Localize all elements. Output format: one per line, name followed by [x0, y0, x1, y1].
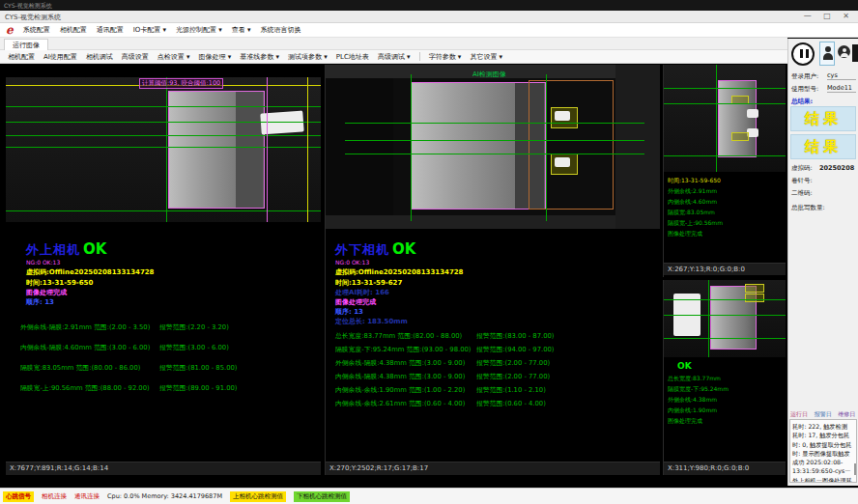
toolbar-baseline-params[interactable]: 基准线参数 ▾: [240, 52, 279, 62]
right-control-panel: 登录用户: cys 使用型号: Mode11 总结果: 结果 结果 虚拟码: 2…: [787, 39, 858, 486]
left-edge-line-pink: [267, 77, 268, 222]
mid-alarm-text: 报警范围:(0.60 - 4.00): [476, 399, 546, 408]
left-status-line: 图像处理完成: [26, 288, 67, 297]
menu-item-view[interactable]: 查看 ▾: [232, 25, 251, 35]
toolbar-advanced-debug[interactable]: 高级调试 ▾: [378, 52, 411, 62]
minimize-button[interactable]: —: [801, 12, 816, 20]
toolbar-character-params[interactable]: 字符参数 ▾: [429, 52, 462, 62]
tab-strip: 运行图像: [0, 38, 787, 50]
left-measurement-text: 内侧余线-隔膜:4.60mm 范围:(3.00 - 6.00): [20, 343, 150, 352]
mid-camera-panel: AI检测图像 外下相机OK NG:0 OK:13 虚拟码:Offline2025…: [325, 65, 659, 475]
virtual-code-label: 虚拟码:: [791, 164, 813, 173]
log-scrollbar[interactable]: [854, 463, 856, 475]
small-camera-viewport-1[interactable]: [664, 65, 786, 172]
toolbar-plc-address-table[interactable]: PLC地址表: [336, 52, 369, 62]
menu-item-comm-config[interactable]: 通讯配置: [97, 25, 124, 35]
small2-measure-line-2: [664, 315, 786, 316]
pause-button[interactable]: [791, 42, 815, 66]
mid-alarm-text: 报警范围:(83.00 - 87.00): [476, 331, 554, 341]
left-time-line: 时间:13-31-59-650: [26, 278, 93, 288]
small1-time-line: 时间:13-31-59-650: [668, 177, 721, 185]
camera-link-status: 相机连接: [42, 492, 67, 501]
toolbar-test-item-params[interactable]: 测试项参数 ▾: [288, 52, 328, 62]
mid-ai-image-label: AI检测图像: [472, 70, 506, 79]
close-button[interactable]: ✕: [840, 12, 854, 20]
mid-status-line: 图像处理完成: [335, 297, 376, 307]
left-measurement-text: 隔膜宽-上:90.56mm 范围:(88.00 - 92.00): [20, 383, 150, 393]
small2-detail-box-1: [745, 284, 764, 293]
menu-item-light-control-config[interactable]: 光源控制配置 ▾: [176, 25, 222, 35]
mid-total-length-line: 定位总长: 183.50mm: [335, 317, 408, 326]
mid-measurement-text: 隔膜宽度-下:95.24mm 范围:(93.00 - 98.00): [335, 345, 471, 354]
left-barcode-line: 虚拟码:Offline20250208133134728: [26, 267, 155, 277]
mid-alarm-text: 报警范围:(1.10 - 2.10): [476, 385, 546, 395]
small1-edge-line: [716, 65, 717, 172]
taskbar-title: CYS-视觉检测系统: [4, 2, 52, 9]
mid-camera-viewport[interactable]: AI检测图像: [326, 65, 660, 229]
toolbar: 相机配置 AI使用配置 相机调试 高级设置 点检设置 ▾ 图像处理 ▾ 基准线参…: [0, 50, 787, 64]
login-user-label: 登录用户:: [791, 72, 818, 81]
exit-logout-button[interactable]: [852, 44, 858, 62]
pause-icon: [806, 49, 809, 58]
mid-measurement-text: 内侧余线-余线:2.61mm 范围:(0.60 - 4.00): [335, 399, 465, 408]
left-alarm-text: 报警范围:(89.00 - 91.00): [159, 383, 237, 393]
toolbar-spot-check-settings[interactable]: 点检设置 ▾: [157, 52, 190, 62]
small2-ok-badge: OK: [677, 361, 692, 371]
operator-mode-button[interactable]: [819, 42, 835, 66]
mid-measurement-text: 外侧余线-隔膜:4.38mm 范围:(3.00 - 9.00): [335, 358, 465, 368]
toolbar-other-settings[interactable]: 其它设置 ▾: [470, 52, 502, 62]
small2-text-line: 总长宽度:83.77mm: [668, 375, 721, 383]
toolbar-camera-debug[interactable]: 相机调试: [86, 52, 113, 62]
user-circle-icon-button[interactable]: [838, 45, 850, 58]
left-camera-viewport[interactable]: 计算阈值:93, 咬合阈值:100: [6, 77, 321, 222]
lower-camera-heartbeat: 下相机心跳检测值: [294, 491, 350, 502]
small2-measure-line-3: [664, 338, 786, 339]
upper-camera-heartbeat: 上相机心跳检测值: [230, 491, 286, 502]
mid-machine-left: [326, 78, 393, 215]
left-edge-line-green: [166, 77, 167, 222]
toolbar-ai-usage-config[interactable]: AI使用配置: [43, 52, 77, 62]
heartbeat-badge: 心跳信号: [3, 491, 34, 502]
cpu-memory-readout: Cpu: 0.0% Memory: 3424.4179687M: [107, 492, 222, 500]
mid-measure-line-1: [345, 123, 644, 124]
toolbar-image-processing[interactable]: 图像处理 ▾: [199, 52, 232, 62]
menu-item-camera-config[interactable]: 相机配置: [60, 25, 87, 35]
mid-edge-line-green-1: [411, 74, 412, 221]
mid-ng-ok-counter: NG:0 OK:13: [335, 259, 369, 266]
small2-detail-box-2: [745, 294, 764, 302]
small2-edge-line: [708, 280, 709, 357]
mid-machine-bottom: [326, 215, 660, 229]
toolbar-camera-config[interactable]: 相机配置: [8, 52, 35, 62]
left-pixel-coordinates: X:7677;Y:891;R:14;G:14;B:14: [6, 462, 321, 475]
small1-pixel-coordinates: X:267;Y:13;R:0;G:0;B:0: [664, 263, 786, 275]
total-result-label: 总结果:: [791, 98, 813, 106]
person-icon: [825, 46, 831, 52]
mid-time-line: 时间:13-31-59-627: [335, 278, 402, 288]
maximize-button[interactable]: □: [820, 12, 836, 20]
pause-icon: [800, 49, 803, 58]
mid-machine-right: [615, 65, 660, 229]
left-measure-line-3: [6, 135, 321, 136]
mid-measurement-text: 内侧余线-余线:1.90mm 范围:(1.00 - 2.20): [335, 385, 465, 395]
log-text-area[interactable]: 耗时: 222, 触发检测耗时: 17, 触发分包耗时: 0, 触发提取分包耗时…: [789, 419, 857, 483]
menu-item-io-card-config[interactable]: IO卡配置 ▾: [133, 25, 166, 35]
small1-part-region: [718, 80, 757, 157]
virtual-code-value: 20250208: [819, 164, 854, 172]
small-camera-viewport-2[interactable]: [664, 280, 786, 357]
small1-measure-line-2: [664, 103, 786, 104]
mid-bright-spot-1: [555, 111, 570, 121]
menu-item-system-config[interactable]: 系统配置: [23, 25, 50, 35]
taskbar: CYS-视觉检测系统: [0, 0, 858, 11]
mid-result-title-row: 外下相机OK: [335, 240, 415, 259]
small1-text-line: 隔膜宽:83.05mm: [668, 209, 715, 217]
person-icon: [841, 53, 848, 57]
left-measurement-text: 隔膜宽:83.05mm 范围:(80.00 - 86.00): [20, 363, 140, 373]
small1-bright-spot-1: [747, 109, 758, 118]
small1-measure-line-1: [664, 88, 786, 89]
menu-bar: e 系统配置 相机配置 通讯配置 IO卡配置 ▾ 光源控制配置 ▾ 查看 ▾ 系…: [0, 23, 858, 38]
small2-measure-line-1: [664, 299, 786, 300]
toolbar-advanced-settings[interactable]: 高级设置: [122, 52, 149, 62]
menu-item-language-switch[interactable]: 系统语言切换: [260, 25, 300, 35]
left-measure-line-2: [6, 122, 321, 123]
tab-run-image[interactable]: 运行图像: [4, 39, 48, 50]
